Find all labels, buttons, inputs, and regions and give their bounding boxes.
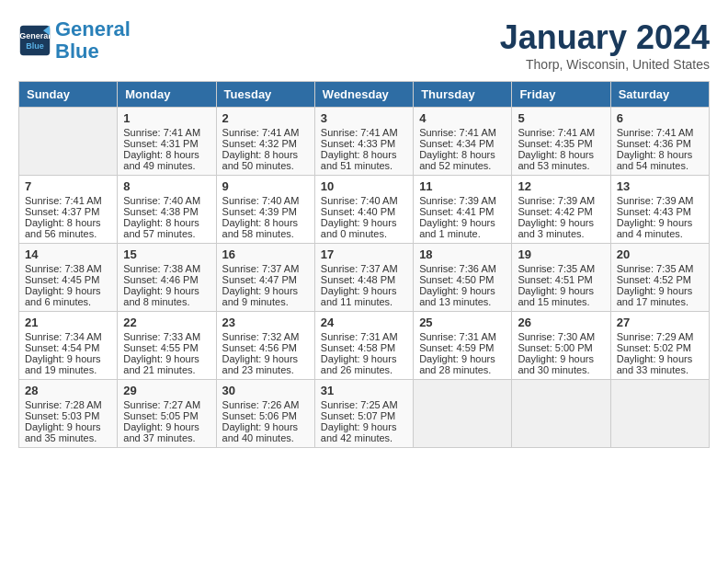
cell-info-line: and 42 minutes.	[321, 432, 407, 443]
weekday-header-wednesday: Wednesday	[314, 82, 413, 108]
day-number: 7	[25, 179, 111, 193]
calendar-cell: 9Sunrise: 7:40 AMSunset: 4:39 PMDaylight…	[216, 176, 314, 244]
day-number: 17	[321, 247, 407, 261]
cell-info-line: Sunset: 4:34 PM	[419, 138, 506, 149]
calendar-cell: 29Sunrise: 7:27 AMSunset: 5:05 PMDayligh…	[118, 380, 216, 448]
day-number: 9	[222, 179, 309, 193]
cell-info-line: Sunrise: 7:29 AM	[617, 331, 703, 342]
calendar-cell: 22Sunrise: 7:33 AMSunset: 4:55 PMDayligh…	[118, 312, 216, 380]
cell-info-line: Sunrise: 7:39 AM	[419, 195, 506, 206]
cell-info-line: Sunset: 4:33 PM	[321, 138, 407, 149]
calendar-cell: 12Sunrise: 7:39 AMSunset: 4:42 PMDayligh…	[512, 176, 610, 244]
cell-info-line: and 49 minutes.	[123, 160, 210, 171]
cell-info-line: Sunrise: 7:38 AM	[123, 263, 210, 274]
cell-info-line: Daylight: 8 hours	[222, 217, 309, 228]
cell-info-line: Sunrise: 7:37 AM	[222, 263, 309, 274]
cell-info-line: and 13 minutes.	[419, 296, 506, 307]
cell-info-line: Sunrise: 7:33 AM	[123, 331, 210, 342]
cell-info-line: and 21 minutes.	[123, 364, 210, 375]
cell-info-line: Sunset: 4:54 PM	[25, 342, 111, 353]
calendar-cell: 1Sunrise: 7:41 AMSunset: 4:31 PMDaylight…	[118, 108, 216, 176]
calendar-cell: 28Sunrise: 7:28 AMSunset: 5:03 PMDayligh…	[19, 380, 118, 448]
day-number: 5	[518, 111, 604, 125]
cell-info-line: Sunrise: 7:41 AM	[222, 127, 309, 138]
logo-icon: General Blue	[18, 24, 51, 57]
calendar-cell: 26Sunrise: 7:30 AMSunset: 5:00 PMDayligh…	[512, 312, 610, 380]
cell-info-line: Sunrise: 7:41 AM	[123, 127, 210, 138]
cell-info-line: Daylight: 8 hours	[222, 149, 309, 160]
cell-info-line: and 33 minutes.	[617, 364, 703, 375]
cell-info-line: Sunset: 5:07 PM	[321, 410, 407, 421]
cell-info-line: and 26 minutes.	[321, 364, 407, 375]
cell-info-line: and 51 minutes.	[321, 160, 407, 171]
cell-info-line: and 57 minutes.	[123, 228, 210, 239]
day-number: 2	[222, 111, 309, 125]
calendar-week-4: 21Sunrise: 7:34 AMSunset: 4:54 PMDayligh…	[19, 312, 710, 380]
cell-info-line: Sunset: 4:43 PM	[617, 206, 703, 217]
day-number: 18	[419, 247, 506, 261]
cell-info-line: Sunset: 4:55 PM	[123, 342, 210, 353]
svg-text:Blue: Blue	[26, 41, 44, 51]
cell-info-line: Sunrise: 7:41 AM	[321, 127, 407, 138]
calendar-cell: 11Sunrise: 7:39 AMSunset: 4:41 PMDayligh…	[414, 176, 512, 244]
cell-info-line: Sunrise: 7:31 AM	[321, 331, 407, 342]
page-header: General Blue General Blue January 2024 T…	[18, 18, 710, 72]
calendar-cell: 24Sunrise: 7:31 AMSunset: 4:58 PMDayligh…	[314, 312, 413, 380]
cell-info-line: and 17 minutes.	[617, 296, 703, 307]
cell-info-line: Sunrise: 7:32 AM	[222, 331, 309, 342]
cell-info-line: and 52 minutes.	[419, 160, 506, 171]
day-number: 10	[321, 179, 407, 193]
day-number: 12	[518, 179, 604, 193]
cell-info-line: Daylight: 9 hours	[25, 285, 111, 296]
weekday-header-monday: Monday	[118, 82, 216, 108]
cell-info-line: Sunset: 4:40 PM	[321, 206, 407, 217]
cell-info-line: and 40 minutes.	[222, 432, 309, 443]
cell-info-line: Sunrise: 7:38 AM	[25, 263, 111, 274]
cell-info-line: Sunrise: 7:40 AM	[123, 195, 210, 206]
cell-info-line: and 56 minutes.	[25, 228, 111, 239]
calendar-cell: 30Sunrise: 7:26 AMSunset: 5:06 PMDayligh…	[216, 380, 314, 448]
cell-info-line: and 28 minutes.	[419, 364, 506, 375]
day-number: 15	[123, 247, 210, 261]
cell-info-line: Daylight: 8 hours	[321, 149, 407, 160]
day-number: 1	[123, 111, 210, 125]
cell-info-line: Daylight: 9 hours	[419, 353, 506, 364]
day-number: 23	[222, 316, 309, 329]
calendar-table: SundayMondayTuesdayWednesdayThursdayFrid…	[18, 81, 710, 448]
cell-info-line: Sunrise: 7:35 AM	[518, 263, 604, 274]
calendar-cell: 18Sunrise: 7:36 AMSunset: 4:50 PMDayligh…	[414, 244, 512, 312]
day-number: 19	[518, 247, 604, 261]
cell-info-line: and 4 minutes.	[617, 228, 703, 239]
location: Thorp, Wisconsin, United States	[500, 57, 710, 72]
day-number: 26	[518, 316, 604, 329]
day-number: 21	[25, 316, 111, 329]
cell-info-line: Sunrise: 7:34 AM	[25, 331, 111, 342]
cell-info-line: Sunrise: 7:28 AM	[25, 399, 111, 410]
cell-info-line: Sunrise: 7:40 AM	[222, 195, 309, 206]
calendar-cell: 27Sunrise: 7:29 AMSunset: 5:02 PMDayligh…	[610, 312, 709, 380]
calendar-cell: 8Sunrise: 7:40 AMSunset: 4:38 PMDaylight…	[118, 176, 216, 244]
cell-info-line: and 9 minutes.	[222, 296, 309, 307]
cell-info-line: Sunrise: 7:41 AM	[617, 127, 703, 138]
title-block: January 2024 Thorp, Wisconsin, United St…	[500, 18, 710, 72]
cell-info-line: Daylight: 9 hours	[419, 217, 506, 228]
day-number: 3	[321, 111, 407, 125]
cell-info-line: and 15 minutes.	[518, 296, 604, 307]
cell-info-line: Sunset: 4:56 PM	[222, 342, 309, 353]
cell-info-line: Daylight: 8 hours	[123, 217, 210, 228]
cell-info-line: Daylight: 9 hours	[518, 285, 604, 296]
cell-info-line: Daylight: 9 hours	[123, 353, 210, 364]
cell-info-line: Sunrise: 7:27 AM	[123, 399, 210, 410]
cell-info-line: Daylight: 9 hours	[222, 285, 309, 296]
cell-info-line: and 53 minutes.	[518, 160, 604, 171]
cell-info-line: Daylight: 9 hours	[617, 285, 703, 296]
calendar-cell	[512, 380, 610, 448]
day-number: 30	[222, 384, 309, 397]
cell-info-line: Sunset: 4:50 PM	[419, 274, 506, 285]
cell-info-line: Daylight: 9 hours	[518, 217, 604, 228]
cell-info-line: and 8 minutes.	[123, 296, 210, 307]
cell-info-line: Daylight: 8 hours	[617, 149, 703, 160]
day-number: 27	[617, 316, 703, 329]
cell-info-line: Daylight: 9 hours	[321, 285, 407, 296]
day-number: 14	[25, 247, 111, 261]
